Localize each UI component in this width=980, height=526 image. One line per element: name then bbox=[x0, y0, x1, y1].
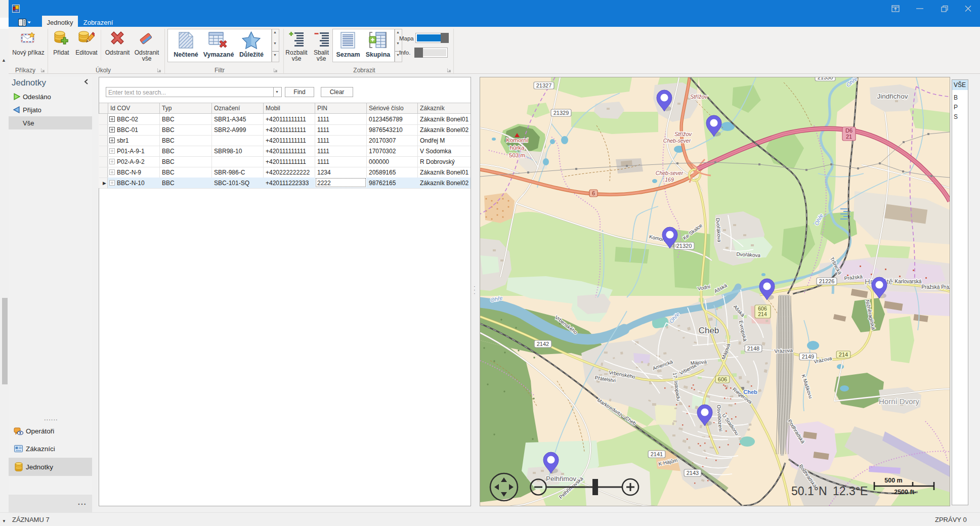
svg-text:21327: 21327 bbox=[536, 82, 552, 89]
svg-text:Pelhřimov: Pelhřimov bbox=[546, 475, 576, 483]
svg-text:2142: 2142 bbox=[537, 341, 549, 347]
svg-text:606: 606 bbox=[718, 376, 727, 382]
svg-text:21320: 21320 bbox=[676, 243, 692, 249]
svg-text:2149: 2149 bbox=[802, 354, 814, 360]
svg-text:21226: 21226 bbox=[819, 278, 835, 284]
svg-text:Karlovarská: Karlovarská bbox=[895, 279, 922, 284]
svg-text:503 m: 503 m bbox=[509, 152, 525, 158]
svg-text:12.3°E: 12.3°E bbox=[833, 485, 868, 498]
svg-text:2500 ft: 2500 ft bbox=[894, 489, 914, 496]
svg-text:Vrázova: Vrázova bbox=[774, 347, 793, 354]
svg-text:Pražská Praž: Pražská Praž bbox=[921, 284, 950, 290]
svg-text:21330: 21330 bbox=[818, 77, 833, 80]
svg-text:2143: 2143 bbox=[687, 470, 699, 476]
svg-text:Komorní: Komorní bbox=[506, 137, 528, 143]
svg-text:Střížov: Střížov bbox=[674, 131, 693, 137]
svg-text:Jindřichov: Jindřichov bbox=[877, 93, 908, 100]
svg-text:D6: D6 bbox=[845, 127, 853, 134]
svg-text:21329: 21329 bbox=[553, 110, 569, 116]
svg-text:2148: 2148 bbox=[747, 345, 759, 352]
svg-text:Cheb: Cheb bbox=[699, 326, 719, 335]
svg-text:50.1°N: 50.1°N bbox=[791, 485, 827, 498]
svg-text:21: 21 bbox=[846, 134, 852, 140]
svg-text:214: 214 bbox=[758, 311, 767, 317]
svg-text:Horní Dvory: Horní Dvory bbox=[879, 397, 920, 406]
svg-text:214: 214 bbox=[839, 352, 848, 358]
svg-text:500 m: 500 m bbox=[884, 477, 902, 484]
svg-text:Cheb-sever: Cheb-sever bbox=[663, 138, 691, 144]
svg-text:Střížov: Střížov bbox=[690, 94, 708, 100]
svg-text:2141: 2141 bbox=[651, 451, 663, 457]
svg-text:169: 169 bbox=[665, 177, 674, 183]
svg-text:hůrka: hůrka bbox=[510, 145, 525, 151]
svg-text:Cheb-sever: Cheb-sever bbox=[656, 170, 684, 176]
svg-text:6: 6 bbox=[592, 190, 595, 196]
